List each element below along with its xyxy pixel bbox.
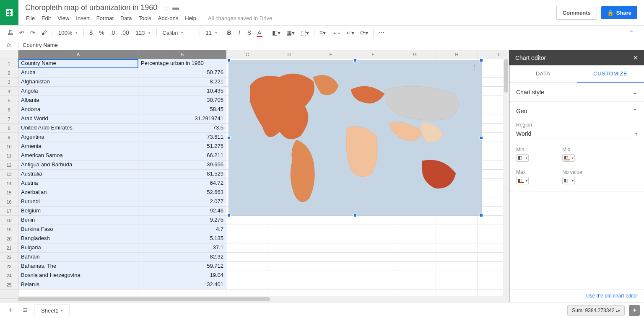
column-header[interactable]: F xyxy=(352,50,394,59)
italic-icon[interactable]: I xyxy=(235,28,244,38)
row-header[interactable]: 18 xyxy=(0,216,18,225)
row-header[interactable]: 1 xyxy=(0,59,18,68)
cell[interactable]: Burkina Faso xyxy=(18,225,138,234)
row-header[interactable]: 15 xyxy=(0,188,18,197)
menu-insert[interactable]: Insert xyxy=(73,13,93,23)
cell[interactable]: 19.04 xyxy=(138,271,226,280)
cell[interactable]: Aruba xyxy=(18,68,138,78)
row-header[interactable]: 11 xyxy=(0,151,18,160)
text-wrap-icon[interactable]: ↵▾ xyxy=(344,28,357,38)
cell[interactable]: 73.611 xyxy=(138,133,226,142)
borders-icon[interactable]: ▦▾ xyxy=(284,28,297,38)
cell[interactable] xyxy=(268,271,310,280)
cell[interactable] xyxy=(268,234,310,243)
novalue-color-picker[interactable]: ◧ xyxy=(562,177,575,184)
cell[interactable] xyxy=(394,216,436,225)
region-select[interactable]: World ▾ xyxy=(516,129,637,139)
menu-data[interactable]: Data xyxy=(117,13,135,23)
row-header[interactable]: 24 xyxy=(0,271,18,280)
print-icon[interactable]: 🖶 xyxy=(5,28,16,38)
horiz-align-icon[interactable]: ≡▾ xyxy=(317,28,328,38)
cell[interactable]: 8.221 xyxy=(138,78,226,87)
font-size-select[interactable]: 11 xyxy=(203,28,219,38)
tab-customize[interactable]: CUSTOMIZE xyxy=(577,65,644,83)
corner-cell[interactable] xyxy=(0,50,18,59)
cell[interactable] xyxy=(436,216,478,225)
cell[interactable] xyxy=(226,225,268,234)
row-header[interactable]: 22 xyxy=(0,253,18,262)
chart-menu-icon[interactable]: ⋮ xyxy=(471,64,478,72)
cell[interactable] xyxy=(394,253,436,262)
row-header[interactable] xyxy=(0,290,18,299)
close-icon[interactable]: ✕ xyxy=(633,54,638,61)
vertical-scrollbar[interactable] xyxy=(503,59,509,302)
text-rotation-icon[interactable]: ⟳▾ xyxy=(358,28,371,38)
row-header[interactable]: 16 xyxy=(0,197,18,207)
cell[interactable] xyxy=(310,243,352,253)
number-format-select[interactable]: 123 xyxy=(132,28,154,38)
menu-view[interactable]: View xyxy=(54,13,73,23)
column-header[interactable]: D xyxy=(268,50,310,59)
column-header[interactable]: B xyxy=(138,50,226,59)
cell[interactable] xyxy=(310,234,352,243)
menu-format[interactable]: Format xyxy=(93,13,117,23)
cell[interactable] xyxy=(226,234,268,243)
cell[interactable] xyxy=(268,243,310,253)
row-header[interactable]: 14 xyxy=(0,179,18,188)
doc-title[interactable]: Choropleth map of urbanization in 1960 xyxy=(23,3,160,13)
cell[interactable]: 2.077 xyxy=(138,197,226,207)
cell[interactable]: 30.705 xyxy=(138,96,226,105)
cell[interactable] xyxy=(352,262,394,271)
sheet-tab[interactable]: Sheet1 ▾ xyxy=(34,305,70,316)
cell[interactable] xyxy=(226,262,268,271)
star-icon[interactable]: ☆ xyxy=(163,4,169,12)
row-header[interactable] xyxy=(0,299,18,302)
cell[interactable]: Percentage urban in 1960 xyxy=(138,59,226,68)
comments-button[interactable]: Comments xyxy=(556,6,597,20)
formula-input[interactable] xyxy=(18,41,644,49)
column-header[interactable]: H xyxy=(436,50,478,59)
cell[interactable] xyxy=(436,280,478,290)
cell[interactable]: 73.5 xyxy=(138,124,226,133)
row-header[interactable]: 21 xyxy=(0,243,18,253)
vert-align-icon[interactable]: ⫠▾ xyxy=(329,28,343,38)
cell[interactable] xyxy=(352,253,394,262)
cell[interactable]: 66.211 xyxy=(138,151,226,160)
cell[interactable]: 37.1 xyxy=(138,243,226,253)
fx-icon[interactable]: fx xyxy=(0,42,18,48)
row-header[interactable]: 13 xyxy=(0,170,18,179)
horizontal-scrollbar[interactable] xyxy=(18,296,503,302)
cell[interactable]: Bangladesh xyxy=(18,234,138,243)
cell[interactable]: Burundi xyxy=(18,197,138,207)
percent-icon[interactable]: % xyxy=(96,28,106,38)
cell[interactable]: 50.776 xyxy=(138,68,226,78)
cell[interactable]: Bahrain xyxy=(18,253,138,262)
cell[interactable]: Belarus xyxy=(18,280,138,290)
row-header[interactable]: 5 xyxy=(0,96,18,105)
increase-decimal-icon[interactable]: .00 xyxy=(118,28,131,38)
cell[interactable] xyxy=(268,262,310,271)
mid-color-picker[interactable]: ◧ xyxy=(562,154,575,162)
row-header[interactable]: 9 xyxy=(0,133,18,142)
cell[interactable] xyxy=(436,234,478,243)
cell[interactable] xyxy=(394,271,436,280)
collapse-toolbar-icon[interactable]: ⌃ xyxy=(629,29,634,36)
redo-icon[interactable]: ↷ xyxy=(28,28,38,38)
cell[interactable]: 59.712 xyxy=(138,262,226,271)
cell[interactable]: Australia xyxy=(18,170,138,179)
cell[interactable] xyxy=(394,234,436,243)
cell[interactable]: 81.529 xyxy=(138,170,226,179)
cell[interactable]: Albania xyxy=(18,96,138,105)
cell[interactable] xyxy=(268,280,310,290)
cell[interactable]: Bulgaria xyxy=(18,243,138,253)
cell[interactable]: 51.275 xyxy=(138,142,226,151)
cell[interactable] xyxy=(226,216,268,225)
row-header[interactable]: 17 xyxy=(0,207,18,216)
column-header[interactable]: I xyxy=(478,50,509,59)
undo-icon[interactable]: ↶ xyxy=(17,28,27,38)
menu-help[interactable]: Help xyxy=(182,13,200,23)
cell[interactable] xyxy=(352,234,394,243)
column-header[interactable]: C xyxy=(226,50,268,59)
cell[interactable] xyxy=(394,243,436,253)
cell[interactable] xyxy=(352,243,394,253)
